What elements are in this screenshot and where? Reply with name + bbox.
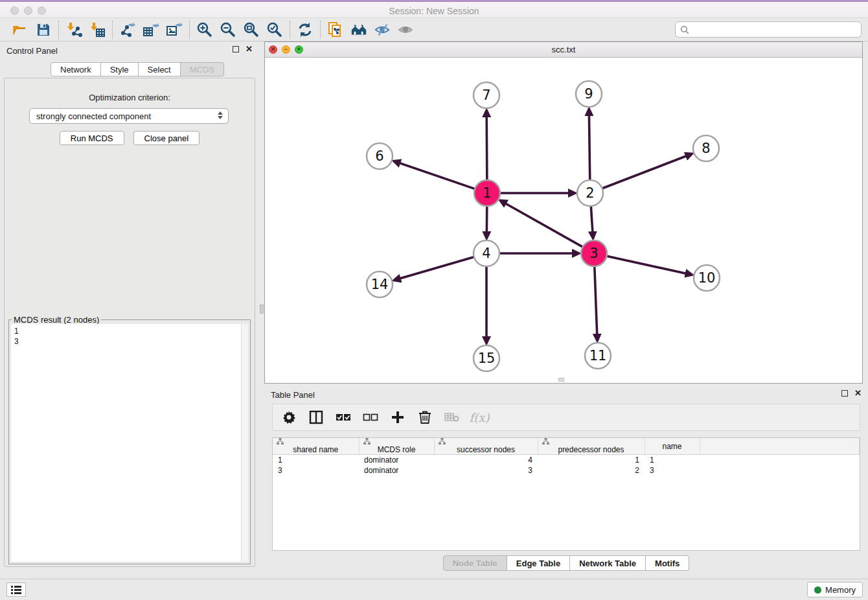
network-window-titlebar[interactable]: ✕ − + scc.txt xyxy=(265,42,862,58)
list-icon xyxy=(11,586,21,594)
optimization-criterion-value: strongly connected component xyxy=(36,111,151,121)
deselect-all-icon[interactable] xyxy=(362,409,379,426)
add-column-icon[interactable] xyxy=(389,409,406,426)
graph-node-4[interactable]: 4 xyxy=(474,240,499,266)
graph-node-9[interactable]: 9 xyxy=(576,81,602,107)
network-graph[interactable]: 1234678910111415 xyxy=(265,58,862,383)
cell-successor-nodes[interactable]: 4 xyxy=(434,455,538,465)
cell-mcds-role[interactable]: dominator xyxy=(359,455,434,465)
graph-edge-4-14[interactable] xyxy=(400,257,475,279)
mcds-result-title: MCDS result (2 nodes) xyxy=(12,315,101,325)
function-builder-icon[interactable]: f(x) xyxy=(471,409,488,426)
graph-node-7[interactable]: 7 xyxy=(474,82,499,108)
cell-name[interactable]: 1 xyxy=(645,455,700,465)
table-row[interactable]: 3 dominator 3 2 3 xyxy=(273,465,860,476)
settings-gear-icon[interactable] xyxy=(280,409,297,426)
graph-node-2[interactable]: 2 xyxy=(577,180,603,206)
graph-edge-3-1[interactable] xyxy=(505,203,584,248)
search-field[interactable] xyxy=(675,21,862,38)
cell-shared-name[interactable]: 1 xyxy=(273,455,359,465)
hide-selected-icon[interactable] xyxy=(374,21,391,38)
task-history-button[interactable] xyxy=(6,583,26,597)
graph-node-3[interactable]: 3 xyxy=(581,240,607,266)
run-mcds-button[interactable]: Run MCDS xyxy=(60,131,124,145)
optimization-criterion-label: Optimization criterion: xyxy=(5,93,255,102)
graph-edge-2-8[interactable] xyxy=(601,156,687,189)
panel-splitter[interactable] xyxy=(259,41,264,571)
splitter-handle-icon[interactable] xyxy=(260,305,264,314)
graph-node-1[interactable]: 1 xyxy=(474,180,500,206)
svg-text:6: 6 xyxy=(375,148,383,164)
search-input[interactable] xyxy=(692,25,856,34)
graph-node-15[interactable]: 15 xyxy=(474,345,499,371)
export-image-icon[interactable] xyxy=(166,21,183,38)
close-panel-icon[interactable]: ✕ xyxy=(246,46,253,52)
tab-network[interactable]: Network xyxy=(51,62,101,76)
node-table[interactable]: shared name MCDS role successor nodes pr… xyxy=(272,437,860,551)
export-network-icon[interactable] xyxy=(119,21,136,38)
svg-text:4: 4 xyxy=(482,246,490,261)
table-panel-title: Table Panel xyxy=(271,390,315,400)
zoom-fit-icon[interactable] xyxy=(243,21,260,38)
export-table-icon[interactable] xyxy=(143,21,159,38)
select-all-icon[interactable] xyxy=(335,409,352,426)
clone-network-icon[interactable] xyxy=(327,21,344,38)
cell-shared-name[interactable]: 3 xyxy=(273,465,359,476)
tab-network-table[interactable]: Network Table xyxy=(570,555,646,571)
float-panel-icon[interactable] xyxy=(233,46,239,52)
graph-node-6[interactable]: 6 xyxy=(367,143,393,169)
graph-edge-3-10[interactable] xyxy=(606,256,687,273)
cell-mcds-role[interactable]: dominator xyxy=(359,465,434,476)
svg-text:14: 14 xyxy=(371,277,389,292)
graph-edge-1-6[interactable] xyxy=(399,163,476,189)
tab-mcds[interactable]: MCDS xyxy=(181,62,224,76)
result-scrollbar[interactable] xyxy=(241,324,248,562)
tab-node-table[interactable]: Node Table xyxy=(443,555,507,571)
graph-node-10[interactable]: 10 xyxy=(694,265,720,291)
graph-edge-2-3[interactable] xyxy=(591,205,593,233)
close-panel-button[interactable]: Close panel xyxy=(133,131,200,145)
graph-edge-1-7[interactable] xyxy=(486,116,487,181)
tab-select[interactable]: Select xyxy=(139,62,181,76)
column-header-predecessor-nodes[interactable]: predecessor nodes xyxy=(538,438,645,455)
column-header-shared-name[interactable]: shared name xyxy=(273,438,359,455)
column-header-name[interactable]: name xyxy=(645,438,700,455)
delete-table-icon[interactable] xyxy=(444,409,461,426)
network-canvas[interactable]: 1234678910111415 xyxy=(265,58,862,383)
zoom-in-icon[interactable] xyxy=(196,21,213,38)
import-network-icon[interactable] xyxy=(65,21,82,38)
cell-name[interactable]: 3 xyxy=(645,465,700,476)
open-file-icon[interactable] xyxy=(12,21,29,38)
close-table-panel-icon[interactable]: ✕ xyxy=(854,390,862,397)
memory-button[interactable]: Memory xyxy=(807,582,863,597)
graph-edge-3-11[interactable] xyxy=(595,265,597,335)
import-table-icon[interactable] xyxy=(89,21,106,38)
zoom-selected-icon[interactable] xyxy=(266,21,283,38)
table-panel: Table Panel ✕ f(x) xyxy=(264,386,868,575)
column-header-mcds-role[interactable]: MCDS role xyxy=(359,438,434,455)
column-visibility-icon[interactable] xyxy=(308,409,325,426)
show-all-icon[interactable] xyxy=(397,21,414,38)
tab-edge-table[interactable]: Edge Table xyxy=(507,555,570,571)
graph-node-8[interactable]: 8 xyxy=(693,135,719,161)
tab-style[interactable]: Style xyxy=(101,62,139,76)
graph-edge-2-9[interactable] xyxy=(589,115,589,181)
graph-node-11[interactable]: 11 xyxy=(585,343,611,369)
mcds-tab-content: Optimization criterion: strongly connect… xyxy=(4,78,255,567)
cell-successor-nodes[interactable]: 3 xyxy=(434,465,538,476)
window-resize-handle[interactable] xyxy=(558,378,564,382)
column-header-successor-nodes[interactable]: successor nodes xyxy=(434,438,538,455)
cell-predecessor-nodes[interactable]: 2 xyxy=(538,465,645,476)
zoom-out-icon[interactable] xyxy=(220,21,236,38)
refresh-icon[interactable] xyxy=(297,21,314,38)
delete-column-icon[interactable] xyxy=(417,409,433,426)
mcds-result-list[interactable]: 1 3 xyxy=(11,324,248,562)
graph-node-14[interactable]: 14 xyxy=(367,271,393,297)
cell-predecessor-nodes[interactable]: 1 xyxy=(538,455,645,465)
float-table-panel-icon[interactable] xyxy=(841,390,848,397)
table-row[interactable]: 1 dominator 4 1 1 xyxy=(273,455,860,465)
save-session-icon[interactable] xyxy=(35,21,52,38)
tab-motifs[interactable]: Motifs xyxy=(646,555,689,571)
first-neighbors-icon[interactable] xyxy=(350,21,367,38)
optimization-criterion-select[interactable]: strongly connected component xyxy=(29,108,229,124)
